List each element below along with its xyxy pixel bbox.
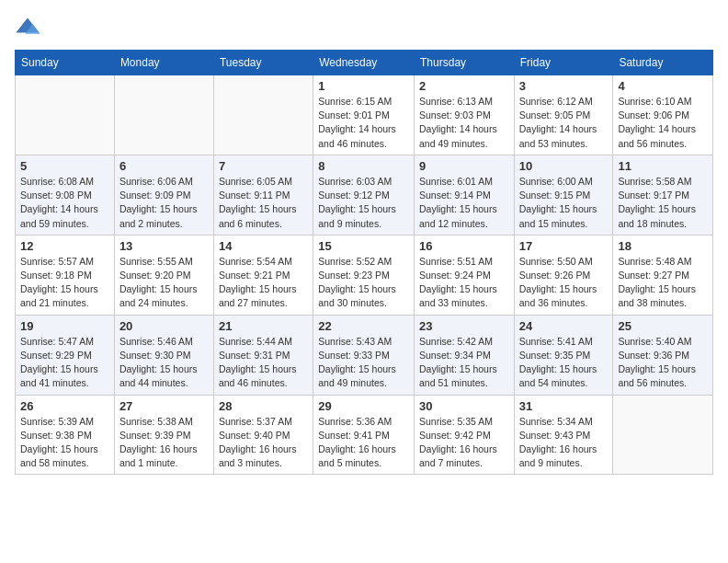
calendar-cell: 26Sunrise: 5:39 AMSunset: 9:38 PMDayligh… — [16, 395, 115, 475]
weekday-header-friday: Friday — [514, 51, 613, 75]
calendar-cell: 28Sunrise: 5:37 AMSunset: 9:40 PMDayligh… — [213, 395, 313, 475]
calendar-cell: 10Sunrise: 6:00 AMSunset: 9:15 PMDayligh… — [514, 155, 613, 235]
weekday-header-saturday: Saturday — [613, 51, 713, 75]
day-number: 21 — [219, 319, 308, 333]
day-info: Sunrise: 6:13 AMSunset: 9:03 PMDaylight:… — [419, 95, 509, 151]
day-number: 8 — [318, 159, 409, 173]
calendar-cell: 24Sunrise: 5:41 AMSunset: 9:35 PMDayligh… — [514, 315, 613, 395]
calendar-cell — [16, 75, 115, 155]
weekday-header-monday: Monday — [114, 51, 213, 75]
day-info: Sunrise: 6:06 AMSunset: 9:09 PMDaylight:… — [119, 175, 209, 231]
day-number: 5 — [20, 159, 109, 173]
day-info: Sunrise: 5:43 AMSunset: 9:33 PMDaylight:… — [318, 335, 409, 391]
calendar-week-row: 26Sunrise: 5:39 AMSunset: 9:38 PMDayligh… — [16, 395, 713, 475]
day-number: 20 — [119, 319, 209, 333]
day-info: Sunrise: 5:44 AMSunset: 9:31 PMDaylight:… — [219, 335, 308, 391]
day-info: Sunrise: 6:00 AMSunset: 9:15 PMDaylight:… — [519, 175, 609, 231]
calendar-cell: 19Sunrise: 5:47 AMSunset: 9:29 PMDayligh… — [16, 315, 115, 395]
calendar-cell — [213, 75, 313, 155]
calendar-cell: 6Sunrise: 6:06 AMSunset: 9:09 PMDaylight… — [114, 155, 213, 235]
day-number: 27 — [119, 399, 209, 413]
day-number: 15 — [318, 239, 409, 253]
calendar-cell: 8Sunrise: 6:03 AMSunset: 9:12 PMDaylight… — [313, 155, 415, 235]
weekday-header-sunday: Sunday — [16, 51, 115, 75]
day-info: Sunrise: 5:57 AMSunset: 9:18 PMDaylight:… — [20, 255, 109, 311]
day-info: Sunrise: 5:55 AMSunset: 9:20 PMDaylight:… — [119, 255, 209, 311]
day-info: Sunrise: 5:36 AMSunset: 9:41 PMDaylight:… — [318, 415, 409, 471]
calendar-cell: 29Sunrise: 5:36 AMSunset: 9:41 PMDayligh… — [313, 395, 415, 475]
calendar-cell: 20Sunrise: 5:46 AMSunset: 9:30 PMDayligh… — [114, 315, 213, 395]
day-info: Sunrise: 6:01 AMSunset: 9:14 PMDaylight:… — [419, 175, 509, 231]
page-header — [15, 15, 713, 40]
day-number: 11 — [618, 159, 708, 173]
calendar-cell: 30Sunrise: 5:35 AMSunset: 9:42 PMDayligh… — [415, 395, 515, 475]
day-number: 2 — [419, 79, 509, 93]
day-info: Sunrise: 5:58 AMSunset: 9:17 PMDaylight:… — [618, 175, 708, 231]
calendar-cell: 13Sunrise: 5:55 AMSunset: 9:20 PMDayligh… — [114, 235, 213, 315]
day-info: Sunrise: 6:08 AMSunset: 9:08 PMDaylight:… — [20, 175, 109, 231]
day-number: 29 — [318, 399, 409, 413]
day-number: 3 — [519, 79, 609, 93]
day-info: Sunrise: 5:38 AMSunset: 9:39 PMDaylight:… — [119, 415, 209, 471]
weekday-header-thursday: Thursday — [415, 51, 515, 75]
day-number: 9 — [419, 159, 509, 173]
day-number: 23 — [419, 319, 509, 333]
day-number: 4 — [618, 79, 708, 93]
calendar-cell: 15Sunrise: 5:52 AMSunset: 9:23 PMDayligh… — [313, 235, 415, 315]
day-number: 31 — [519, 399, 609, 413]
day-number: 10 — [519, 159, 609, 173]
calendar-cell: 17Sunrise: 5:50 AMSunset: 9:26 PMDayligh… — [514, 235, 613, 315]
calendar-cell: 16Sunrise: 5:51 AMSunset: 9:24 PMDayligh… — [415, 235, 515, 315]
day-info: Sunrise: 5:34 AMSunset: 9:43 PMDaylight:… — [519, 415, 609, 471]
calendar-cell: 27Sunrise: 5:38 AMSunset: 9:39 PMDayligh… — [114, 395, 213, 475]
weekday-header-wednesday: Wednesday — [313, 51, 415, 75]
day-info: Sunrise: 5:52 AMSunset: 9:23 PMDaylight:… — [318, 255, 409, 311]
day-info: Sunrise: 5:41 AMSunset: 9:35 PMDaylight:… — [519, 335, 609, 391]
calendar-cell: 1Sunrise: 6:15 AMSunset: 9:01 PMDaylight… — [313, 75, 415, 155]
day-info: Sunrise: 5:48 AMSunset: 9:27 PMDaylight:… — [618, 255, 708, 311]
calendar-cell: 22Sunrise: 5:43 AMSunset: 9:33 PMDayligh… — [313, 315, 415, 395]
day-info: Sunrise: 6:12 AMSunset: 9:05 PMDaylight:… — [519, 95, 609, 151]
day-info: Sunrise: 6:10 AMSunset: 9:06 PMDaylight:… — [618, 95, 708, 151]
logo — [15, 15, 44, 40]
calendar: SundayMondayTuesdayWednesdayThursdayFrid… — [15, 50, 713, 475]
calendar-cell: 21Sunrise: 5:44 AMSunset: 9:31 PMDayligh… — [213, 315, 313, 395]
day-number: 28 — [219, 399, 308, 413]
logo-icon — [15, 15, 40, 40]
day-number: 12 — [20, 239, 109, 253]
day-number: 16 — [419, 239, 509, 253]
calendar-week-row: 12Sunrise: 5:57 AMSunset: 9:18 PMDayligh… — [16, 235, 713, 315]
day-info: Sunrise: 5:51 AMSunset: 9:24 PMDaylight:… — [419, 255, 509, 311]
calendar-week-row: 5Sunrise: 6:08 AMSunset: 9:08 PMDaylight… — [16, 155, 713, 235]
day-info: Sunrise: 5:40 AMSunset: 9:36 PMDaylight:… — [618, 335, 708, 391]
weekday-header-row: SundayMondayTuesdayWednesdayThursdayFrid… — [16, 51, 713, 75]
day-info: Sunrise: 5:54 AMSunset: 9:21 PMDaylight:… — [219, 255, 308, 311]
day-info: Sunrise: 5:35 AMSunset: 9:42 PMDaylight:… — [419, 415, 509, 471]
calendar-cell: 18Sunrise: 5:48 AMSunset: 9:27 PMDayligh… — [613, 235, 713, 315]
day-number: 13 — [119, 239, 209, 253]
calendar-week-row: 19Sunrise: 5:47 AMSunset: 9:29 PMDayligh… — [16, 315, 713, 395]
day-number: 30 — [419, 399, 509, 413]
calendar-cell: 25Sunrise: 5:40 AMSunset: 9:36 PMDayligh… — [613, 315, 713, 395]
calendar-cell: 11Sunrise: 5:58 AMSunset: 9:17 PMDayligh… — [613, 155, 713, 235]
calendar-cell — [613, 395, 713, 475]
weekday-header-tuesday: Tuesday — [213, 51, 313, 75]
day-number: 26 — [20, 399, 109, 413]
day-number: 18 — [618, 239, 708, 253]
day-number: 1 — [318, 79, 409, 93]
calendar-cell: 23Sunrise: 5:42 AMSunset: 9:34 PMDayligh… — [415, 315, 515, 395]
day-info: Sunrise: 5:46 AMSunset: 9:30 PMDaylight:… — [119, 335, 209, 391]
calendar-cell: 9Sunrise: 6:01 AMSunset: 9:14 PMDaylight… — [415, 155, 515, 235]
calendar-cell: 12Sunrise: 5:57 AMSunset: 9:18 PMDayligh… — [16, 235, 115, 315]
day-number: 19 — [20, 319, 109, 333]
day-number: 22 — [318, 319, 409, 333]
calendar-cell: 5Sunrise: 6:08 AMSunset: 9:08 PMDaylight… — [16, 155, 115, 235]
day-number: 25 — [618, 319, 708, 333]
day-info: Sunrise: 5:47 AMSunset: 9:29 PMDaylight:… — [20, 335, 109, 391]
day-info: Sunrise: 5:39 AMSunset: 9:38 PMDaylight:… — [20, 415, 109, 471]
day-info: Sunrise: 6:03 AMSunset: 9:12 PMDaylight:… — [318, 175, 409, 231]
day-info: Sunrise: 5:42 AMSunset: 9:34 PMDaylight:… — [419, 335, 509, 391]
calendar-cell: 4Sunrise: 6:10 AMSunset: 9:06 PMDaylight… — [613, 75, 713, 155]
day-info: Sunrise: 5:37 AMSunset: 9:40 PMDaylight:… — [219, 415, 308, 471]
day-number: 17 — [519, 239, 609, 253]
